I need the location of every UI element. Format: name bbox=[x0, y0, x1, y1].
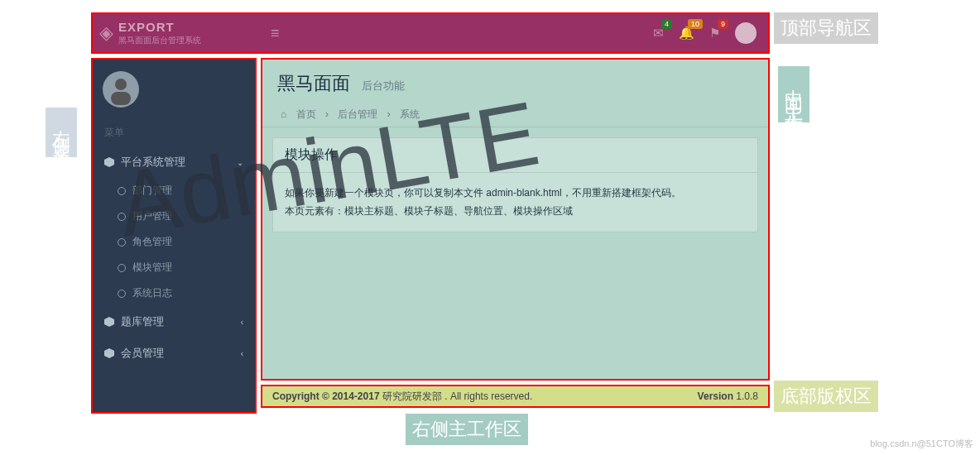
cube-icon bbox=[104, 157, 114, 167]
circle-icon bbox=[118, 264, 126, 272]
flag-badge: 9 bbox=[718, 19, 728, 29]
menu-header: 菜单 bbox=[93, 119, 255, 146]
breadcrumb: ⌂ 首页 › 后台管理 › 系统 bbox=[262, 103, 768, 127]
sidebar-group-member[interactable]: 会员管理 ‹ bbox=[93, 338, 255, 369]
logo-title: EXPORT bbox=[118, 20, 175, 34]
chevron-down-icon: ⌄ bbox=[237, 158, 243, 167]
sidebar-item-label: 部门管理 bbox=[132, 184, 172, 198]
avatar[interactable] bbox=[735, 22, 757, 44]
sidebar-item-label: 会员管理 bbox=[121, 346, 164, 361]
sidebar-item-label: 用户管理 bbox=[132, 209, 172, 223]
flag-icon[interactable]: ⚑9 bbox=[709, 26, 720, 41]
breadcrumb-home[interactable]: 首页 bbox=[296, 108, 316, 120]
sidebar-item-label: 题库管理 bbox=[121, 314, 164, 329]
circle-icon bbox=[118, 213, 126, 221]
sidebar-item-module[interactable]: 模块管理 bbox=[93, 255, 255, 280]
main-content: 黑马面面 后台功能 ⌂ 首页 › 后台管理 › 系统 模块操作 如果你要新建一个… bbox=[261, 58, 770, 381]
user-avatar[interactable] bbox=[103, 71, 139, 108]
panel-text-line: 如果你要新建一个模块页，你可以复制本文件 admin-blank.html，不用… bbox=[285, 184, 746, 203]
breadcrumb-sep: › bbox=[325, 108, 329, 120]
panel-body: 如果你要新建一个模块页，你可以复制本文件 admin-blank.html，不用… bbox=[273, 173, 757, 232]
version-value: 1.0.8 bbox=[736, 390, 758, 402]
home-icon: ⌂ bbox=[281, 108, 286, 120]
chevron-left-icon: ‹ bbox=[241, 318, 243, 327]
sidebar-item-label: 模块管理 bbox=[132, 261, 172, 275]
top-navbar: ◈ EXPORT 黑马面面后台管理系统 ≡ ✉4 🔔10 ⚑9 bbox=[91, 12, 770, 54]
annotation-main: 右侧主工作区 bbox=[406, 414, 528, 445]
breadcrumb-mid[interactable]: 后台管理 bbox=[338, 108, 377, 120]
logo[interactable]: ◈ EXPORT 黑马面面后台管理系统 bbox=[93, 20, 254, 46]
bell-badge: 10 bbox=[688, 19, 703, 29]
user-panel bbox=[93, 60, 255, 119]
sidebar-item-role[interactable]: 角色管理 bbox=[93, 229, 255, 255]
sidebar-group-platform[interactable]: 平台系统管理 ⌄ bbox=[93, 146, 255, 178]
sidebar-group-question[interactable]: 题库管理 ‹ bbox=[93, 306, 255, 338]
annotation-left: 左侧菜单栏 bbox=[46, 108, 77, 157]
breadcrumb-sep: › bbox=[387, 108, 391, 120]
annotation-footer: 底部版权区 bbox=[774, 381, 878, 412]
page-title: 黑马面面 bbox=[277, 71, 350, 96]
cube-icon bbox=[104, 348, 114, 358]
sidebar-item-dept[interactable]: 部门管理 bbox=[93, 178, 255, 204]
attribution: blog.csdn.n@51CTO博客 bbox=[870, 438, 973, 450]
annotation-top: 顶部导航区 bbox=[774, 12, 878, 44]
sidebar-item-log[interactable]: 系统日志 bbox=[93, 280, 255, 306]
footer-org: 研究院研发部 bbox=[382, 390, 442, 402]
sidebar-item-label: 角色管理 bbox=[132, 235, 172, 249]
content-header: 黑马面面 后台功能 bbox=[262, 60, 768, 103]
version-label: Version bbox=[698, 390, 737, 402]
panel-title: 模块操作 bbox=[273, 138, 757, 173]
header-right: ✉4 🔔10 ⚑9 bbox=[653, 22, 768, 44]
breadcrumb-last: 系统 bbox=[400, 108, 420, 120]
hamburger-icon[interactable]: ≡ bbox=[271, 25, 280, 42]
logo-icon: ◈ bbox=[99, 22, 113, 44]
mail-badge: 4 bbox=[661, 19, 672, 29]
chevron-left-icon: ‹ bbox=[241, 349, 243, 358]
bell-icon[interactable]: 🔔10 bbox=[679, 26, 694, 41]
circle-icon bbox=[118, 238, 126, 247]
sidebar-item-label: 平台系统管理 bbox=[121, 155, 185, 170]
page-subtitle: 后台功能 bbox=[362, 79, 405, 92]
copyright: Copyright © 2014-2017 bbox=[272, 390, 382, 402]
panel: 模块操作 如果你要新建一个模块页，你可以复制本文件 admin-blank.ht… bbox=[272, 137, 758, 232]
sidebar-item-user[interactable]: 用户管理 bbox=[93, 204, 255, 229]
circle-icon bbox=[118, 290, 126, 298]
left-sidebar: 菜单 平台系统管理 ⌄ 部门管理 用户管理 角色管理 模块管理 系统日志 题库管… bbox=[91, 58, 257, 414]
footer-tail: . All rights reserved. bbox=[444, 390, 532, 402]
footer: Copyright © 2014-2017 研究院研发部 . All right… bbox=[261, 385, 770, 408]
circle-icon bbox=[118, 187, 126, 195]
panel-text-line: 本页元素有：模块主标题、模块子标题、导航位置、模块操作区域 bbox=[285, 203, 746, 221]
cube-icon bbox=[104, 317, 114, 327]
annotation-right: 中间主工作区 bbox=[778, 66, 809, 122]
mail-icon[interactable]: ✉4 bbox=[653, 26, 664, 41]
sidebar-item-label: 系统日志 bbox=[132, 286, 172, 300]
logo-subtitle: 黑马面面后台管理系统 bbox=[118, 35, 201, 46]
